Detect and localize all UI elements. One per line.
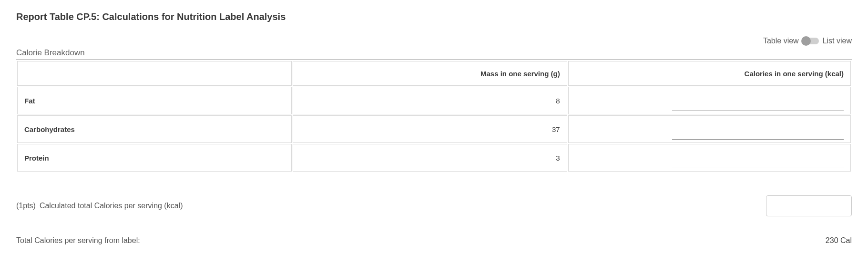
label-total-value: 230 Cal xyxy=(826,236,852,245)
points-label: (1pts) xyxy=(16,202,36,210)
calculated-total-row: (1pts) Calculated total Calories per ser… xyxy=(16,195,852,216)
table-row: Fat 8 xyxy=(17,87,851,114)
header-blank xyxy=(17,61,292,86)
row-mass: 3 xyxy=(293,144,567,172)
calorie-table: Mass in one serving (g) Calories in one … xyxy=(16,60,852,173)
header-mass: Mass in one serving (g) xyxy=(293,61,567,86)
table-view-label: Table view xyxy=(763,37,799,45)
view-mode-row: Table view List view xyxy=(16,37,852,45)
label-total-row: Total Calories per serving from label: 2… xyxy=(16,236,852,245)
header-cal: Calories in one serving (kcal) xyxy=(568,61,851,86)
list-view-label: List view xyxy=(823,37,852,45)
row-cal-cell xyxy=(568,144,851,172)
view-mode-toggle[interactable] xyxy=(803,38,819,44)
calorie-input-carbs[interactable] xyxy=(672,129,844,140)
toggle-thumb-icon xyxy=(801,36,811,46)
table-row: Carbohydrates 37 xyxy=(17,115,851,143)
row-label: Fat xyxy=(17,87,292,114)
row-mass: 37 xyxy=(293,115,567,143)
label-total-text: Total Calories per serving from label: xyxy=(16,236,140,245)
table-header-row: Mass in one serving (g) Calories in one … xyxy=(17,61,851,86)
calculated-total-input[interactable] xyxy=(766,195,852,216)
row-mass: 8 xyxy=(293,87,567,114)
calorie-input-protein[interactable] xyxy=(672,158,844,168)
row-label: Protein xyxy=(17,144,292,172)
section-title: Calorie Breakdown xyxy=(16,48,852,58)
calorie-input-fat[interactable] xyxy=(672,101,844,111)
table-row: Protein 3 xyxy=(17,144,851,172)
row-cal-cell xyxy=(568,87,851,114)
row-cal-cell xyxy=(568,115,851,143)
row-label: Carbohydrates xyxy=(17,115,292,143)
page-title: Report Table CP.5: Calculations for Nutr… xyxy=(16,11,852,22)
question-text: Calculated total Calories per serving (k… xyxy=(40,202,183,210)
